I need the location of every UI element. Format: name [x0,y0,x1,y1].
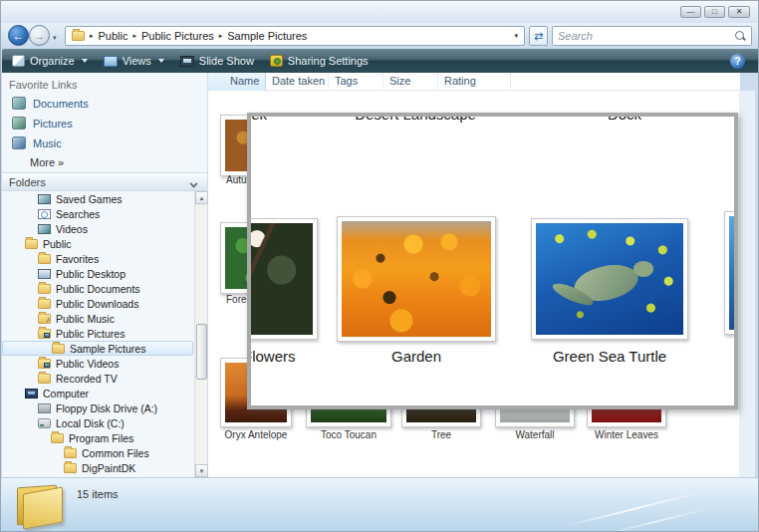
sidebar: Favorite Links Documents Pictures Music … [2,73,208,477]
tree-label: Public Desktop [56,268,126,280]
tree-label: Videos [56,223,88,235]
column-tags[interactable]: Tags [329,73,383,91]
tree-scrollbar[interactable]: ▲ ▼ [194,191,207,477]
slide-show-button[interactable]: Slide Show [180,55,254,67]
tree-item-local-disk[interactable]: Local Disk (C:) [2,415,193,430]
organize-button[interactable]: Organize [12,55,88,67]
tree-item-common-files[interactable]: Common Files [2,445,193,460]
back-arrow-icon: ← [13,29,25,43]
pictures-label: Pictures [33,118,73,130]
videos-folder-icon [38,359,51,369]
tree-label: Recorded TV [56,373,118,385]
tree-item-public-documents[interactable]: Public Documents [2,281,193,296]
tree-item-favorites[interactable]: Favorites [2,251,193,266]
breadcrumb-segment-public[interactable]: Public [99,30,128,42]
folder-icon [38,284,51,294]
navigation-bar: ← → ▾ ▸ Public ▸ Public Pictures ▸ Sampl… [1,23,759,49]
sharing-settings-button[interactable]: Sharing Settings [270,55,369,67]
tree-item-program-files[interactable]: Program Files [2,430,193,445]
thumbnail-garden[interactable] [337,216,496,342]
history-dropdown-icon[interactable]: ▾ [53,34,57,42]
more-links-button[interactable]: More » [30,156,64,168]
desktop-icon [38,269,51,279]
tree-item-public-downloads[interactable]: Public Downloads [2,296,193,311]
folder-icon [64,463,77,473]
back-button[interactable]: ← [8,25,29,46]
column-rating[interactable]: Rating [438,73,511,91]
column-name[interactable]: Name [208,73,266,91]
refresh-icon: ⇄ [534,30,543,42]
sidebar-item-documents[interactable]: Documents [12,97,89,110]
slide-show-icon [180,56,194,67]
tree-item-public-videos[interactable]: Public Videos [2,356,193,371]
tree-item-public-desktop[interactable]: Public Desktop [2,266,193,281]
address-dropdown-icon[interactable]: ▾ [514,32,518,40]
sharing-settings-label: Sharing Settings [288,55,369,67]
partial-thumbnail[interactable] [724,211,738,335]
tree-item-digpaintdk[interactable]: DigPaintDK [2,460,193,475]
tree-item-recorded-tv[interactable]: Recorded TV [2,371,193,386]
search-icon[interactable] [734,30,746,42]
tree-item-sample-pictures[interactable]: Sample Pictures [2,341,193,356]
sharing-settings-icon [270,55,283,67]
tree-item-public[interactable]: Public [2,236,193,251]
clipped-label-dock: Dock [590,113,659,122]
folder-icon [52,344,65,354]
tree-item-saved-games[interactable]: Saved Games [2,191,193,206]
folders-title: Folders [9,176,46,188]
thumbnail-flowers[interactable] [247,218,318,340]
tree-item-floppy-drive[interactable]: Floppy Disk Drive (A:) [2,400,193,415]
address-bar[interactable]: ▸ Public ▸ Public Pictures ▸ Sample Pict… [65,26,525,46]
organize-icon [12,55,25,67]
folder-icon [64,448,77,458]
tree-item-videos[interactable]: Videos [2,221,193,236]
tree-label: Public Pictures [56,328,125,340]
music-icon [12,136,26,149]
tree-label: Public Music [56,313,115,325]
tree-item-searches[interactable]: Searches [2,206,193,221]
views-button[interactable]: Views [104,55,164,67]
thumbnail-green-sea-turtle[interactable] [531,218,688,340]
minimize-button[interactable]: — [680,6,701,18]
help-button[interactable]: ? [730,54,745,69]
preview-overlay: Creek Desert Landscape Dock Flowers Gard… [247,113,738,409]
help-icon: ? [734,56,740,67]
tree-label: Public Downloads [56,298,138,310]
clipped-label-creek: Creek [247,113,277,122]
green-sea-turtle-photo [536,223,683,335]
search-input[interactable] [558,30,734,42]
scroll-up-button[interactable]: ▲ [195,191,208,204]
maximize-button[interactable]: □ [704,6,725,18]
tree-item-computer[interactable]: Computer [2,386,193,400]
folder-icon-large [13,480,67,528]
folder-tree: Saved Games Searches Videos Public Favor… [2,191,193,477]
main-scrollbar-track[interactable] [739,91,755,477]
tree-label: Computer [43,388,89,399]
tree-item-public-pictures[interactable]: Public Pictures [2,326,193,341]
documents-label: Documents [33,98,89,110]
decorative-swoosh [561,490,706,528]
close-button[interactable]: ✕ [728,6,750,18]
breadcrumb-segment-public-pictures[interactable]: Public Pictures [141,30,214,42]
forward-arrow-icon: → [34,29,46,43]
sidebar-item-pictures[interactable]: Pictures [12,117,73,130]
forward-button[interactable]: → [29,25,50,46]
turtle-head-shape [633,261,654,277]
dropdown-caret-icon [158,59,164,63]
folders-header[interactable]: Folders [2,172,207,191]
column-header-row: Name Date taken Tags Size Rating [208,73,740,91]
sidebar-item-music[interactable]: Music [12,136,62,149]
views-icon [104,56,118,67]
column-size[interactable]: Size [383,73,438,91]
pictures-folder-icon [38,329,51,339]
column-date-taken[interactable]: Date taken [266,73,329,91]
views-label: Views [123,55,151,67]
breadcrumb-segment-sample-pictures[interactable]: Sample Pictures [227,30,307,42]
item-count: 15 items [77,488,119,500]
garden-photo [342,221,491,337]
scroll-down-button[interactable]: ▼ [195,464,208,477]
breadcrumb-separator-icon: ▸ [132,32,136,40]
scrollbar-thumb[interactable] [196,324,207,380]
refresh-button[interactable]: ⇄ [529,26,548,46]
tree-item-public-music[interactable]: ♪Public Music [2,311,193,326]
